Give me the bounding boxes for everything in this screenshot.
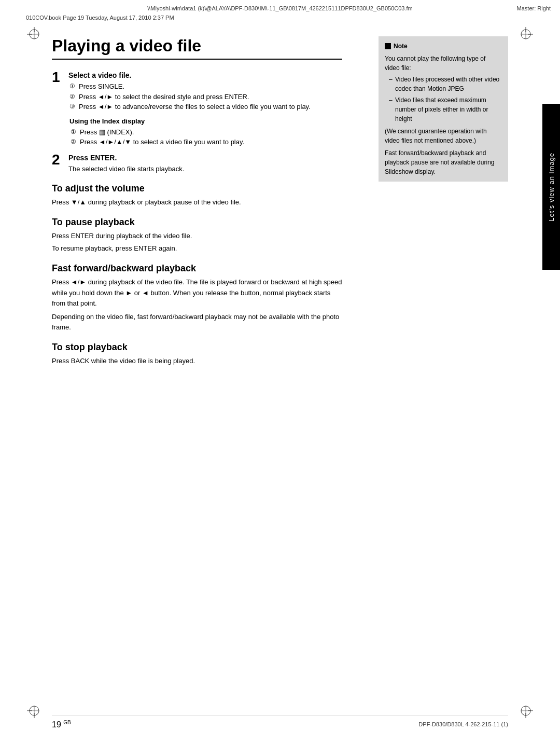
page-title: Playing a video file bbox=[52, 36, 342, 60]
sidebar-tab-label: Let's view an image bbox=[548, 153, 555, 222]
crop-mark-br bbox=[519, 703, 533, 718]
page-number: 19 GB bbox=[52, 720, 71, 729]
step-1-title: Select a video file. bbox=[68, 71, 342, 79]
book-info: 010COV.book Page 19 Tuesday, August 17, … bbox=[26, 15, 174, 21]
step-1-number: 1 bbox=[52, 70, 68, 147]
step-1-item-1: ① Press SINGLE. bbox=[69, 81, 342, 92]
step-1-sub-item-1-text: Press ▦ (INDEX). bbox=[80, 127, 134, 137]
crop-mark-bl bbox=[27, 703, 41, 718]
note-bullet-1: You cannot play the following type of vi… bbox=[385, 54, 502, 123]
master-label: Master: Right bbox=[517, 5, 551, 11]
section-pause-body2: To resume playback, press ENTER again. bbox=[52, 243, 342, 254]
note-list-item-1: Video files processed with other video c… bbox=[389, 75, 502, 93]
note-header: Note bbox=[385, 42, 502, 51]
left-column: Playing a video file 1 Select a video fi… bbox=[52, 36, 342, 703]
note-fast-forward-text: Fast forward/backward playback and playb… bbox=[385, 148, 502, 176]
right-column: Note You cannot play the following type … bbox=[379, 36, 508, 703]
note-list-item-2: Video files that exceed maximum number o… bbox=[389, 95, 502, 123]
step-2-content: Press ENTER. The selected video file sta… bbox=[68, 154, 342, 174]
step-2-number: 2 bbox=[52, 153, 68, 174]
section-adjust-volume-body: Press ▼/▲ during playback or playback pa… bbox=[52, 197, 342, 208]
page-superscript: GB bbox=[63, 720, 71, 725]
section-adjust-volume-heading: To adjust the volume bbox=[52, 183, 342, 194]
step-1-item-3-num: ③ bbox=[69, 102, 79, 111]
page: \\Miyoshi-win\data1 (k)\@ALAYA\DPF-D830\… bbox=[0, 0, 560, 745]
note-box: Note You cannot play the following type … bbox=[379, 36, 508, 182]
note-header-text: Note bbox=[394, 42, 408, 51]
step-2-title: Press ENTER. bbox=[68, 154, 342, 162]
filepath-bar: \\Miyoshi-win\data1 (k)\@ALAYA\DPF-D830\… bbox=[0, 5, 560, 11]
bottom-bar: 19 GB DPF-D830/D830L 4-262-215-11 (1) bbox=[52, 715, 508, 729]
step-1-subsection: Using the Index display ① Press ▦ (INDEX… bbox=[69, 117, 342, 147]
step-1-item-1-num: ① bbox=[69, 81, 79, 91]
step-1-sub-item-1: ① Press ▦ (INDEX). bbox=[71, 127, 342, 137]
sidebar-tab: Let's view an image bbox=[542, 104, 560, 270]
section-stop-body: Press BACK while the video file is being… bbox=[52, 356, 342, 366]
section-pause-heading: To pause playback bbox=[52, 217, 342, 228]
page-number-value: 19 bbox=[52, 720, 61, 729]
main-content: Playing a video file 1 Select a video fi… bbox=[52, 36, 508, 703]
step-1-item-1-text: Press SINGLE. bbox=[79, 81, 124, 92]
step-1-sub-item-1-num: ① bbox=[71, 127, 80, 136]
step-1-item-3-text: Press ◄/► to advance/reverse the files t… bbox=[79, 102, 311, 112]
step-1-content: Select a video file. ① Press SINGLE. ② P… bbox=[68, 71, 342, 147]
note-cannot-play-text: You cannot play the following type of vi… bbox=[385, 54, 502, 73]
section-pause-body1: Press ENTER during playback of the video… bbox=[52, 231, 342, 241]
crop-mark-tl bbox=[27, 27, 41, 42]
step-1-sub-item-2-text: Press ◄/►/▲/▼ to select a video file you… bbox=[80, 137, 244, 147]
crop-mark-tr bbox=[519, 27, 533, 42]
section-fastforward-body2: Depending on the video file, fast forwar… bbox=[52, 312, 342, 333]
step-1-item-3: ③ Press ◄/► to advance/reverse the files… bbox=[69, 102, 342, 112]
step-2-body: The selected video file starts playback. bbox=[68, 164, 342, 174]
bottom-model: DPF-D830/D830L 4-262-215-11 (1) bbox=[418, 721, 508, 727]
step-2: 2 Press ENTER. The selected video file s… bbox=[52, 154, 342, 174]
note-cannot-play-list: Video files processed with other video c… bbox=[385, 75, 502, 123]
step-1-subsection-title: Using the Index display bbox=[69, 117, 342, 125]
step-1-item-2-num: ② bbox=[69, 92, 79, 101]
note-icon bbox=[385, 43, 391, 49]
step-1-item-2: ② Press ◄/► to select the desired style … bbox=[69, 92, 342, 102]
step-1-sub-item-2: ② Press ◄/►/▲/▼ to select a video file y… bbox=[71, 137, 342, 147]
note-paren: (We cannot guarantee operation with vide… bbox=[385, 127, 502, 145]
step-1-sub-item-2-num: ② bbox=[71, 137, 80, 146]
section-stop-heading: To stop playback bbox=[52, 342, 342, 353]
filepath-text: \\Miyoshi-win\data1 (k)\@ALAYA\DPF-D830\… bbox=[147, 5, 413, 11]
step-1-item-2-text: Press ◄/► to select the desired style an… bbox=[79, 92, 249, 102]
step-1: 1 Select a video file. ① Press SINGLE. ②… bbox=[52, 71, 342, 147]
section-fastforward-heading: Fast forward/backward playback bbox=[52, 263, 342, 274]
section-fastforward-body1: Press ◄/► during playback of the video f… bbox=[52, 277, 342, 308]
